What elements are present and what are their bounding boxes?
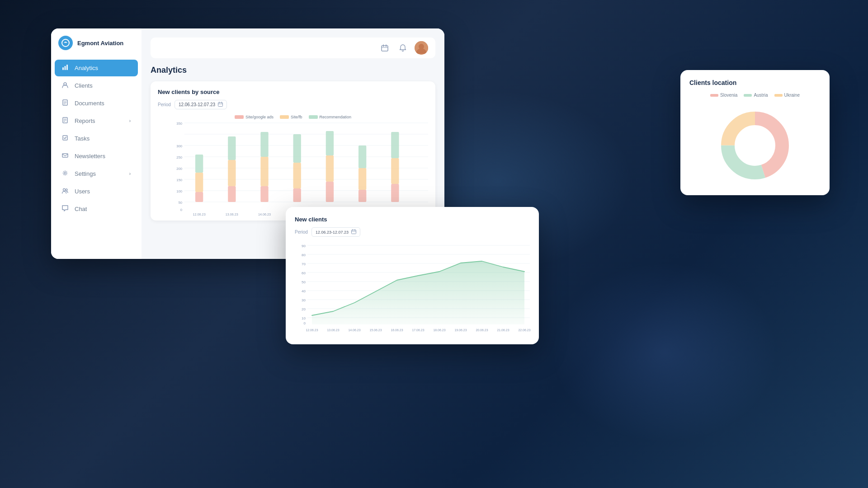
- reports-chevron: ›: [129, 118, 131, 123]
- tasks-label: Tasks: [75, 135, 90, 142]
- legend-label-google: Site/google ads: [245, 115, 274, 119]
- new-clients-card: New clients Period 12.06.23-12.07.23: [286, 207, 539, 344]
- svg-rect-3: [66, 65, 68, 70]
- settings-icon: [62, 170, 70, 178]
- chat-label: Chat: [75, 206, 87, 212]
- svg-text:0: 0: [180, 208, 183, 212]
- legend-label-rec: Recommendation: [320, 115, 352, 119]
- svg-rect-57: [326, 155, 334, 182]
- app-name: Egmont Aviation: [77, 40, 123, 47]
- nc-calendar-icon: [351, 229, 356, 235]
- svg-text:200: 200: [176, 167, 182, 171]
- nc-period-label: Period: [295, 230, 308, 235]
- svg-rect-55: [293, 134, 301, 163]
- documents-icon: [62, 99, 70, 107]
- svg-rect-59: [359, 190, 366, 202]
- legend-item-austria: Austria: [744, 93, 768, 98]
- sidebar: Egmont Aviation Analytics Clients: [51, 28, 142, 259]
- chart-title: New clients by source: [158, 89, 428, 95]
- line-chart-area: 90 80 70 60 50 40 30 20 10 0: [295, 243, 530, 335]
- svg-point-75: [739, 130, 771, 161]
- svg-text:150: 150: [176, 178, 182, 182]
- reports-icon: [62, 117, 70, 125]
- period-calendar-icon: [218, 102, 223, 108]
- svg-text:300: 300: [176, 144, 182, 148]
- svg-text:250: 250: [176, 155, 182, 160]
- legend-label-ukraine: Ukraine: [784, 93, 800, 98]
- users-label: Users: [75, 188, 90, 195]
- location-legend: Slovenia Austria Ukraine: [689, 93, 821, 98]
- reports-label: Reports: [75, 117, 95, 124]
- svg-text:13.06.23: 13.06.23: [226, 212, 238, 216]
- svg-text:12.06.23: 12.06.23: [306, 328, 318, 332]
- location-title: Clients location: [689, 79, 821, 86]
- svg-point-17: [66, 189, 67, 191]
- sidebar-item-newsletters[interactable]: Newsletters: [55, 148, 138, 164]
- app-logo: Egmont Aviation: [51, 36, 142, 59]
- svg-rect-76: [351, 230, 356, 234]
- period-input[interactable]: 12.06.23-12.07.23: [175, 100, 227, 109]
- svg-text:40: 40: [302, 289, 306, 293]
- users-icon: [62, 188, 70, 195]
- clients-icon: [62, 82, 70, 89]
- svg-rect-56: [326, 182, 334, 202]
- legend-dot-rec: [309, 115, 318, 119]
- legend-label-fb: Site/fb: [291, 115, 302, 119]
- svg-text:15.06.23: 15.06.23: [369, 328, 382, 332]
- svg-rect-47: [228, 186, 236, 202]
- svg-rect-53: [293, 188, 301, 202]
- legend-item-fb: Site/fb: [280, 115, 302, 119]
- svg-rect-46: [195, 155, 203, 173]
- svg-text:0: 0: [304, 321, 306, 325]
- logo-icon: [58, 36, 73, 50]
- svg-text:100: 100: [176, 189, 182, 193]
- sidebar-item-documents[interactable]: Documents: [55, 95, 138, 112]
- svg-text:50: 50: [179, 201, 183, 205]
- settings-label: Settings: [75, 170, 96, 177]
- svg-text:14.06.23: 14.06.23: [348, 328, 360, 332]
- sidebar-item-chat[interactable]: Chat: [55, 201, 138, 217]
- svg-text:10: 10: [302, 316, 306, 320]
- svg-rect-14: [62, 154, 68, 157]
- sidebar-item-settings[interactable]: Settings ›: [55, 165, 138, 182]
- period-row: Period 12.06.23-12.07.23: [158, 100, 428, 109]
- svg-rect-24: [218, 103, 223, 107]
- svg-text:80: 80: [302, 253, 306, 257]
- notification-icon[interactable]: [396, 42, 409, 54]
- svg-rect-52: [260, 132, 268, 157]
- sidebar-item-users[interactable]: Users: [55, 183, 138, 200]
- location-card: Clients location Slovenia Austria Ukrain…: [680, 70, 830, 195]
- svg-rect-50: [260, 186, 268, 202]
- svg-rect-60: [359, 168, 366, 190]
- svg-text:18.06.23: 18.06.23: [433, 328, 445, 332]
- period-label: Period: [158, 102, 171, 107]
- documents-label: Documents: [75, 100, 104, 107]
- svg-text:13.06.23: 13.06.23: [327, 328, 339, 332]
- calendar-icon[interactable]: [378, 42, 391, 54]
- legend-item-slovenia: Slovenia: [710, 93, 737, 98]
- svg-text:21.06.23: 21.06.23: [497, 328, 509, 332]
- svg-text:30: 30: [302, 298, 306, 302]
- sidebar-item-analytics[interactable]: Analytics: [55, 60, 138, 76]
- analytics-icon: [62, 64, 70, 72]
- svg-rect-58: [326, 131, 334, 155]
- svg-text:16.06.23: 16.06.23: [391, 328, 403, 332]
- sidebar-item-reports[interactable]: Reports ›: [55, 113, 138, 129]
- svg-rect-13: [63, 136, 67, 140]
- tasks-icon: [62, 135, 70, 142]
- nc-period-input[interactable]: 12.06.23-12.07.23: [311, 227, 360, 237]
- legend-label-austria: Austria: [754, 93, 768, 98]
- chat-icon: [62, 205, 70, 213]
- clients-label: Clients: [75, 82, 93, 89]
- legend-dot-slovenia: [710, 94, 718, 97]
- svg-rect-1: [62, 67, 64, 70]
- sidebar-item-tasks[interactable]: Tasks: [55, 130, 138, 147]
- user-avatar[interactable]: [415, 41, 428, 55]
- svg-text:12.06.23: 12.06.23: [193, 212, 206, 216]
- legend-dot-google: [235, 115, 244, 119]
- bar-chart-area: 350 300 250 200 150 100 50 0: [158, 123, 428, 213]
- svg-rect-64: [391, 132, 399, 158]
- sidebar-item-clients[interactable]: Clients: [55, 77, 138, 94]
- header-bar: [151, 38, 435, 58]
- nc-period-row: Period 12.06.23-12.07.23: [295, 227, 530, 237]
